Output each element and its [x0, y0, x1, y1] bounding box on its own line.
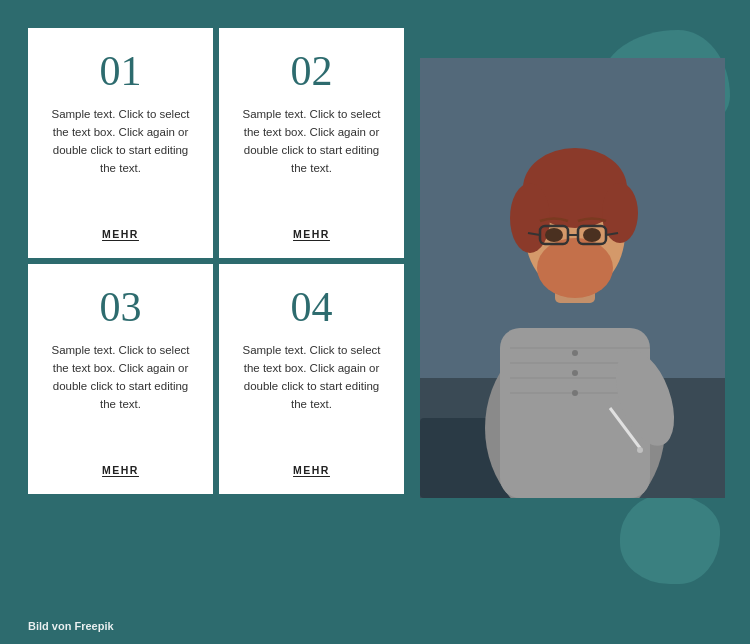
card-1: 01 Sample text. Click to select the text…	[28, 28, 213, 258]
card-4-text[interactable]: Sample text. Click to select the text bo…	[241, 342, 382, 452]
card-3: 03 Sample text. Click to select the text…	[28, 264, 213, 494]
card-2-text[interactable]: Sample text. Click to select the text bo…	[241, 106, 382, 216]
card-2-link[interactable]: MEHR	[293, 228, 330, 240]
svg-point-24	[545, 228, 563, 242]
main-content: 01 Sample text. Click to select the text…	[28, 28, 718, 608]
svg-point-12	[572, 390, 578, 396]
svg-point-16	[510, 183, 550, 253]
footer-credit: Bild von Freepik	[28, 620, 114, 632]
card-1-link[interactable]: MEHR	[102, 228, 139, 240]
card-1-text[interactable]: Sample text. Click to select the text bo…	[50, 106, 191, 216]
card-4-link[interactable]: MEHR	[293, 464, 330, 476]
card-2-number: 02	[291, 48, 333, 94]
card-4: 04 Sample text. Click to select the text…	[219, 264, 404, 494]
right-section	[410, 28, 718, 608]
footer-prefix: Bild von	[28, 620, 74, 632]
footer-brand[interactable]: Freepik	[74, 620, 113, 632]
card-3-number: 03	[100, 284, 142, 330]
svg-point-10	[572, 350, 578, 356]
card-3-link[interactable]: MEHR	[102, 464, 139, 476]
svg-point-27	[637, 447, 643, 453]
photo-container	[420, 58, 725, 498]
svg-point-25	[583, 228, 601, 242]
card-4-number: 04	[291, 284, 333, 330]
svg-point-18	[537, 238, 613, 298]
card-1-number: 01	[100, 48, 142, 94]
cards-grid: 01 Sample text. Click to select the text…	[28, 28, 404, 608]
card-2: 02 Sample text. Click to select the text…	[219, 28, 404, 258]
svg-point-11	[572, 370, 578, 376]
card-3-text[interactable]: Sample text. Click to select the text bo…	[50, 342, 191, 452]
